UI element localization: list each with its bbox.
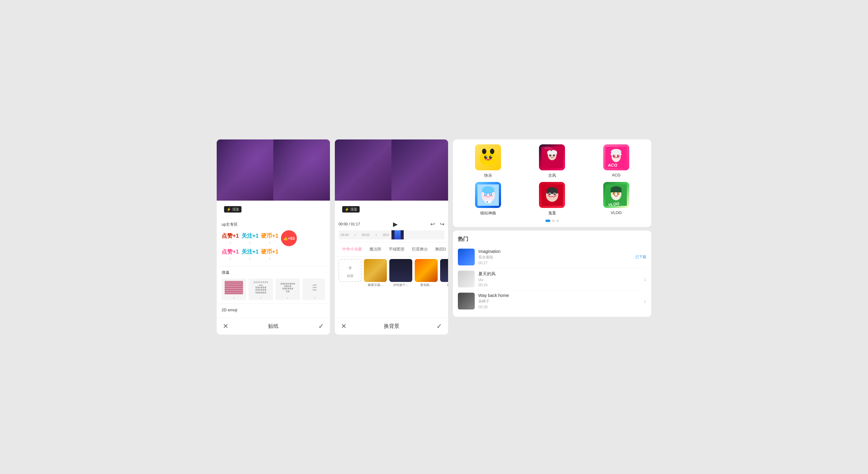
svg-point-55 <box>618 193 619 194</box>
cat-acg[interactable]: ACG ACG <box>586 144 646 178</box>
danmu-img-1 <box>222 279 246 296</box>
song-name-imagination: Imagination <box>478 249 632 254</box>
cat-kuaile-label: 快乐 <box>484 173 492 178</box>
bg-thumb-2[interactable] <box>389 259 412 282</box>
svg-point-24 <box>614 155 615 156</box>
danmu-item-3[interactable]: 普通音量音量普通 普通音量 普通普通普通 普通 ↓ <box>275 279 300 300</box>
left-panel: ⚡ 渲染 up主专区 点赞+1 ↓ 关注+1 ↓ 硬币+1 ↓ <box>217 139 330 335</box>
pikachu-svg <box>477 147 499 168</box>
left-cancel-button[interactable]: ✕ <box>223 322 228 330</box>
lightning-icon-mid: ⚡ <box>345 207 349 212</box>
danmu-item-2[interactable]: 天天天天天天天天 aaaa 普通音量普通 普通音量普通 普通普通普通 ↓ <box>249 279 273 300</box>
play-button[interactable]: ▶ <box>393 221 398 228</box>
sticker-yingbi[interactable]: 硬币+1 ↓ <box>261 233 279 244</box>
main-container: ⚡ 渲染 up主专区 点赞+1 ↓ 关注+1 ↓ 硬币+1 ↓ <box>217 139 651 335</box>
svg-point-37 <box>490 195 493 197</box>
song-name-wayback: Way back home <box>478 293 640 298</box>
tab-zhonghua[interactable]: 中华小当家 <box>339 245 366 254</box>
bg-thumb-1[interactable] <box>364 259 387 282</box>
cat-guishou[interactable]: 鬼畜 <box>522 182 582 216</box>
like-badge[interactable]: 👍 +53 <box>281 230 297 246</box>
bg-thumb-4[interactable] <box>440 259 448 282</box>
song-item-wayback[interactable]: Way back home 岚崎子 00:28 ↓ <box>458 290 646 312</box>
cat-thumb-gufeng <box>539 144 565 170</box>
danmu-item-4[interactable]: click! click! click! ↓ <box>302 279 325 300</box>
sticker-dizan-2[interactable]: 点赞+1 ↓ <box>222 249 239 260</box>
sticker-yingbi-1-down: ↓ <box>269 241 271 244</box>
dots-row <box>458 219 646 222</box>
time-display: 00:00 / 01:17 <box>339 222 360 226</box>
left-confirm-button[interactable]: ✓ <box>318 322 324 330</box>
cat-acg-label: ACG <box>612 173 620 177</box>
sticker-yingbi-2[interactable]: 硬币+1 ↓ <box>261 249 279 260</box>
song-download-summer[interactable]: ↓ <box>644 276 646 282</box>
tab-mofa[interactable]: 魔法阵 <box>366 245 385 254</box>
sticker-dizan-2-down: ↓ <box>229 257 231 260</box>
middle-confirm-button[interactable]: ✓ <box>436 322 442 330</box>
timeline-zone: 00:00 / 01:17 ▶ ↩ ↪ 00:00 • 00:02 • 00:0 <box>335 218 448 242</box>
sticker-guanzhu-1-text: 关注+1 <box>242 233 259 239</box>
redo-button[interactable]: ↪ <box>440 221 444 228</box>
left-video-frame-1 <box>217 139 273 201</box>
like-count: +53 <box>288 236 295 241</box>
danmu-pixel-1 <box>225 281 243 295</box>
cat-thumb-vlog: VLOG <box>603 182 629 208</box>
up-zone-title: up主专区 <box>222 222 325 227</box>
danmu-items: ↓ 天天天天天天天天 aaaa 普通音量普通 普通音量普通 普通普通普通 ↓ <box>222 279 325 300</box>
song-item-summer[interactable]: 夏天的风 Uu 00:24 ↓ <box>458 268 646 290</box>
sticker-guanzhu[interactable]: 关注+1 ↓ <box>242 233 259 244</box>
cat-kuaile[interactable]: 快乐 <box>458 144 518 178</box>
middle-video-preview <box>335 139 448 201</box>
sticker-guanzhu-2-text: 关注+1 <box>242 249 259 256</box>
cat-vlog[interactable]: VLOG VLOG <box>586 182 646 216</box>
song-artist-imagination: 安全着陆 <box>478 255 632 260</box>
bg-thumb-4-label: 好吃… <box>447 283 448 287</box>
like-icon: 👍 <box>283 236 288 241</box>
cat-zhanzhan-label: 镇站神曲 <box>480 210 496 216</box>
cat-vlog-label: VLOG <box>611 210 622 215</box>
song-download-wayback[interactable]: ↓ <box>644 298 646 304</box>
danmu-item-1[interactable]: ↓ <box>222 279 246 300</box>
sticker-dizan[interactable]: 点赞+1 ↓ <box>222 233 239 244</box>
sticker-yingbi-2-text: 硬币+1 <box>261 249 279 256</box>
song-duration-summer: 00:24 <box>478 283 640 287</box>
bg-thumb-3[interactable] <box>415 259 438 282</box>
dot-3[interactable] <box>556 219 559 222</box>
cat-gufeng-label: 古风 <box>548 173 556 178</box>
cat-row-2: ★ 镇站神曲 <box>458 182 646 216</box>
cat-thumb-acg: ACG <box>603 144 629 170</box>
tab-wudao[interactable]: 舞蹈D <box>432 245 448 254</box>
left-video-frame-2 <box>273 139 330 201</box>
timeline-track[interactable]: 00:00 • 00:02 • 00:0 <box>339 230 444 239</box>
song-action-imagination[interactable]: 已下载 <box>636 255 646 260</box>
song-item-imagination[interactable]: Imagination 安全着陆 00:27 已下载 <box>458 246 646 268</box>
tab-pingpu[interactable]: 平铺图形 <box>385 245 408 254</box>
dot-2[interactable] <box>552 219 555 222</box>
svg-text:★: ★ <box>486 201 489 203</box>
acg-svg: ACG <box>606 147 627 168</box>
song-duration-imagination: 00:27 <box>478 261 632 265</box>
bg-add-button[interactable]: ＋ 相册 <box>339 259 362 282</box>
up-zone: up主专区 点赞+1 ↓ 关注+1 ↓ 硬币+1 ↓ 👍 +53 <box>217 218 330 266</box>
cat-row-1: 快乐 <box>458 144 646 178</box>
sticker-guanzhu-2[interactable]: 关注+1 ↓ <box>242 249 259 260</box>
danmu-zone: 弹幕 ↓ 天天天天天天天天 aaaa 普通音量普通 普通音量普通 <box>217 266 330 304</box>
danmu-title: 弹幕 <box>222 270 325 275</box>
cat-gufeng[interactable]: 古风 <box>522 144 582 178</box>
svg-point-8 <box>489 156 492 159</box>
svg-point-54 <box>614 193 615 194</box>
tab-juxing[interactable]: 巨星舞台 <box>408 245 432 254</box>
bg-item-1: 麻婆豆腐… <box>364 259 387 287</box>
dot-1[interactable] <box>546 219 550 222</box>
song-cover-imagination <box>458 249 475 265</box>
category-grid: 快乐 <box>453 139 651 227</box>
left-video-preview <box>217 139 330 201</box>
sticker-guanzhu-2-down: ↓ <box>249 257 251 260</box>
middle-bottom-bar: ✕ 换背景 ✓ <box>335 318 448 335</box>
cat-zhanzhan[interactable]: ★ 镇站神曲 <box>458 182 518 216</box>
undo-button[interactable]: ↩ <box>430 221 435 228</box>
song-cover-wayback <box>458 293 475 309</box>
middle-cancel-button[interactable]: ✕ <box>341 322 346 330</box>
svg-point-36 <box>484 195 486 197</box>
bg-grid: ＋ 相册 麻婆豆腐… 好吃枚个… 童包糕… 好吃… <box>335 257 448 290</box>
